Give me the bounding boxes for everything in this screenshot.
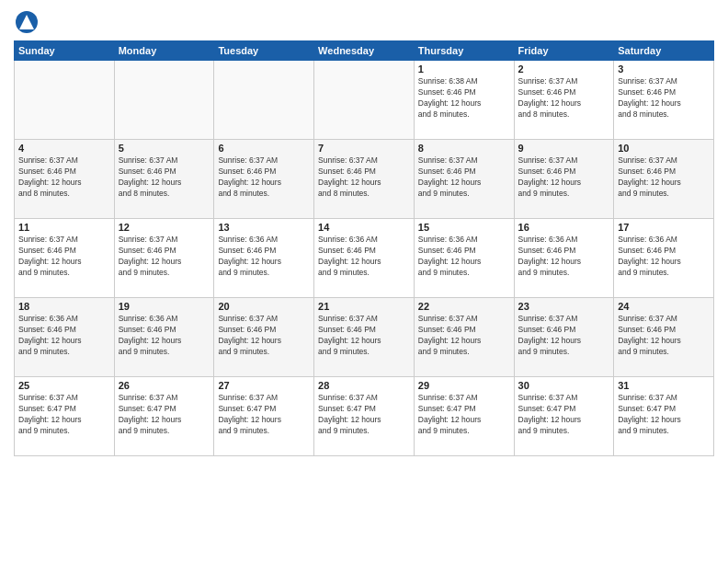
day-info: Sunrise: 6:37 AM Sunset: 6:47 PM Dayligh… (418, 393, 510, 437)
calendar-cell: 25Sunrise: 6:37 AM Sunset: 6:47 PM Dayli… (15, 377, 115, 456)
day-info: Sunrise: 6:37 AM Sunset: 6:46 PM Dayligh… (18, 155, 110, 200)
calendar-cell: 5Sunrise: 6:37 AM Sunset: 6:46 PM Daylig… (114, 140, 214, 219)
logo-icon (14, 9, 40, 35)
calendar-cell: 16Sunrise: 6:36 AM Sunset: 6:46 PM Dayli… (514, 219, 614, 298)
calendar-cell (214, 61, 314, 140)
calendar-cell: 27Sunrise: 6:37 AM Sunset: 6:47 PM Dayli… (214, 377, 314, 456)
calendar-cell: 28Sunrise: 6:37 AM Sunset: 6:47 PM Dayli… (314, 377, 415, 456)
day-info: Sunrise: 6:37 AM Sunset: 6:46 PM Dayligh… (318, 155, 410, 200)
calendar-cell: 15Sunrise: 6:36 AM Sunset: 6:46 PM Dayli… (414, 219, 514, 298)
calendar-week-row: 4Sunrise: 6:37 AM Sunset: 6:46 PM Daylig… (15, 140, 714, 219)
day-number: 29 (418, 380, 510, 391)
day-info: Sunrise: 6:37 AM Sunset: 6:46 PM Dayligh… (218, 314, 310, 358)
day-info: Sunrise: 6:37 AM Sunset: 6:47 PM Dayligh… (518, 393, 610, 437)
day-number: 18 (18, 301, 110, 312)
day-number: 30 (518, 380, 610, 391)
day-number: 9 (518, 143, 610, 154)
header (14, 9, 714, 35)
calendar-cell (114, 61, 214, 140)
calendar-cell (15, 61, 115, 140)
calendar-cell: 19Sunrise: 6:36 AM Sunset: 6:46 PM Dayli… (114, 298, 214, 377)
calendar-cell: 13Sunrise: 6:36 AM Sunset: 6:46 PM Dayli… (214, 219, 314, 298)
weekday-header-saturday: Saturday (614, 41, 714, 61)
logo (14, 9, 44, 35)
calendar-cell: 29Sunrise: 6:37 AM Sunset: 6:47 PM Dayli… (414, 377, 514, 456)
calendar-cell: 11Sunrise: 6:37 AM Sunset: 6:46 PM Dayli… (15, 219, 115, 298)
calendar-cell (314, 61, 415, 140)
calendar-week-row: 18Sunrise: 6:36 AM Sunset: 6:46 PM Dayli… (15, 298, 714, 377)
day-number: 23 (518, 301, 610, 312)
day-info: Sunrise: 6:37 AM Sunset: 6:46 PM Dayligh… (218, 155, 310, 200)
calendar-cell: 9Sunrise: 6:37 AM Sunset: 6:46 PM Daylig… (514, 140, 614, 219)
day-number: 26 (119, 380, 210, 391)
day-info: Sunrise: 6:37 AM Sunset: 6:46 PM Dayligh… (518, 76, 610, 121)
day-info: Sunrise: 6:37 AM Sunset: 6:46 PM Dayligh… (418, 155, 510, 200)
calendar-cell: 21Sunrise: 6:37 AM Sunset: 6:46 PM Dayli… (314, 298, 415, 377)
day-info: Sunrise: 6:36 AM Sunset: 6:46 PM Dayligh… (18, 314, 110, 358)
calendar-cell: 2Sunrise: 6:37 AM Sunset: 6:46 PM Daylig… (514, 61, 614, 140)
day-info: Sunrise: 6:36 AM Sunset: 6:46 PM Dayligh… (318, 235, 410, 279)
day-info: Sunrise: 6:37 AM Sunset: 6:46 PM Dayligh… (418, 314, 510, 358)
calendar-week-row: 11Sunrise: 6:37 AM Sunset: 6:46 PM Dayli… (15, 219, 714, 298)
day-info: Sunrise: 6:37 AM Sunset: 6:46 PM Dayligh… (518, 155, 610, 200)
weekday-header-monday: Monday (114, 41, 214, 61)
day-info: Sunrise: 6:37 AM Sunset: 6:46 PM Dayligh… (618, 314, 710, 358)
day-number: 28 (318, 380, 410, 391)
weekday-header-row: SundayMondayTuesdayWednesdayThursdayFrid… (15, 41, 714, 61)
day-number: 25 (18, 380, 110, 391)
calendar-cell: 7Sunrise: 6:37 AM Sunset: 6:46 PM Daylig… (314, 140, 415, 219)
day-number: 4 (18, 143, 110, 154)
day-number: 13 (218, 222, 310, 233)
day-info: Sunrise: 6:37 AM Sunset: 6:47 PM Dayligh… (618, 393, 710, 437)
day-info: Sunrise: 6:36 AM Sunset: 6:46 PM Dayligh… (518, 235, 610, 279)
calendar-cell: 1Sunrise: 6:38 AM Sunset: 6:46 PM Daylig… (414, 61, 514, 140)
day-number: 19 (119, 301, 210, 312)
day-info: Sunrise: 6:37 AM Sunset: 6:46 PM Dayligh… (119, 235, 210, 279)
day-number: 15 (418, 222, 510, 233)
day-info: Sunrise: 6:37 AM Sunset: 6:46 PM Dayligh… (119, 155, 210, 200)
weekday-header-sunday: Sunday (15, 41, 115, 61)
day-number: 31 (618, 380, 710, 391)
calendar-cell: 6Sunrise: 6:37 AM Sunset: 6:46 PM Daylig… (214, 140, 314, 219)
calendar-cell: 3Sunrise: 6:37 AM Sunset: 6:46 PM Daylig… (614, 61, 714, 140)
day-number: 6 (218, 143, 310, 154)
day-info: Sunrise: 6:36 AM Sunset: 6:46 PM Dayligh… (618, 235, 710, 279)
day-number: 12 (119, 222, 210, 233)
day-number: 3 (618, 63, 710, 75)
calendar-cell: 20Sunrise: 6:37 AM Sunset: 6:46 PM Dayli… (214, 298, 314, 377)
calendar-week-row: 25Sunrise: 6:37 AM Sunset: 6:47 PM Dayli… (15, 377, 714, 456)
calendar-body: 1Sunrise: 6:38 AM Sunset: 6:46 PM Daylig… (15, 61, 714, 456)
calendar-cell: 14Sunrise: 6:36 AM Sunset: 6:46 PM Dayli… (314, 219, 415, 298)
day-info: Sunrise: 6:37 AM Sunset: 6:47 PM Dayligh… (318, 393, 410, 437)
day-number: 7 (318, 143, 410, 154)
day-number: 21 (318, 301, 410, 312)
day-info: Sunrise: 6:37 AM Sunset: 6:46 PM Dayligh… (618, 155, 710, 200)
day-number: 2 (518, 63, 610, 75)
calendar-cell: 17Sunrise: 6:36 AM Sunset: 6:46 PM Dayli… (614, 219, 714, 298)
calendar-cell: 24Sunrise: 6:37 AM Sunset: 6:46 PM Dayli… (614, 298, 714, 377)
calendar-cell: 30Sunrise: 6:37 AM Sunset: 6:47 PM Dayli… (514, 377, 614, 456)
day-number: 14 (318, 222, 410, 233)
calendar-cell: 4Sunrise: 6:37 AM Sunset: 6:46 PM Daylig… (15, 140, 115, 219)
day-info: Sunrise: 6:36 AM Sunset: 6:46 PM Dayligh… (119, 314, 210, 358)
weekday-header-tuesday: Tuesday (214, 41, 314, 61)
calendar-table: SundayMondayTuesdayWednesdayThursdayFrid… (14, 40, 714, 456)
calendar-cell: 22Sunrise: 6:37 AM Sunset: 6:46 PM Dayli… (414, 298, 514, 377)
calendar-header: SundayMondayTuesdayWednesdayThursdayFrid… (15, 41, 714, 61)
day-info: Sunrise: 6:38 AM Sunset: 6:46 PM Dayligh… (418, 76, 510, 121)
day-info: Sunrise: 6:36 AM Sunset: 6:46 PM Dayligh… (218, 235, 310, 279)
day-number: 27 (218, 380, 310, 391)
day-number: 8 (418, 143, 510, 154)
page: SundayMondayTuesdayWednesdayThursdayFrid… (0, 0, 728, 563)
day-info: Sunrise: 6:37 AM Sunset: 6:46 PM Dayligh… (18, 235, 110, 279)
day-info: Sunrise: 6:37 AM Sunset: 6:47 PM Dayligh… (218, 393, 310, 437)
day-number: 5 (119, 143, 210, 154)
weekday-header-wednesday: Wednesday (314, 41, 415, 61)
calendar-cell: 31Sunrise: 6:37 AM Sunset: 6:47 PM Dayli… (614, 377, 714, 456)
day-info: Sunrise: 6:37 AM Sunset: 6:46 PM Dayligh… (318, 314, 410, 358)
day-info: Sunrise: 6:36 AM Sunset: 6:46 PM Dayligh… (418, 235, 510, 279)
calendar-cell: 12Sunrise: 6:37 AM Sunset: 6:46 PM Dayli… (114, 219, 214, 298)
weekday-header-friday: Friday (514, 41, 614, 61)
calendar-cell: 18Sunrise: 6:36 AM Sunset: 6:46 PM Dayli… (15, 298, 115, 377)
calendar-cell: 8Sunrise: 6:37 AM Sunset: 6:46 PM Daylig… (414, 140, 514, 219)
